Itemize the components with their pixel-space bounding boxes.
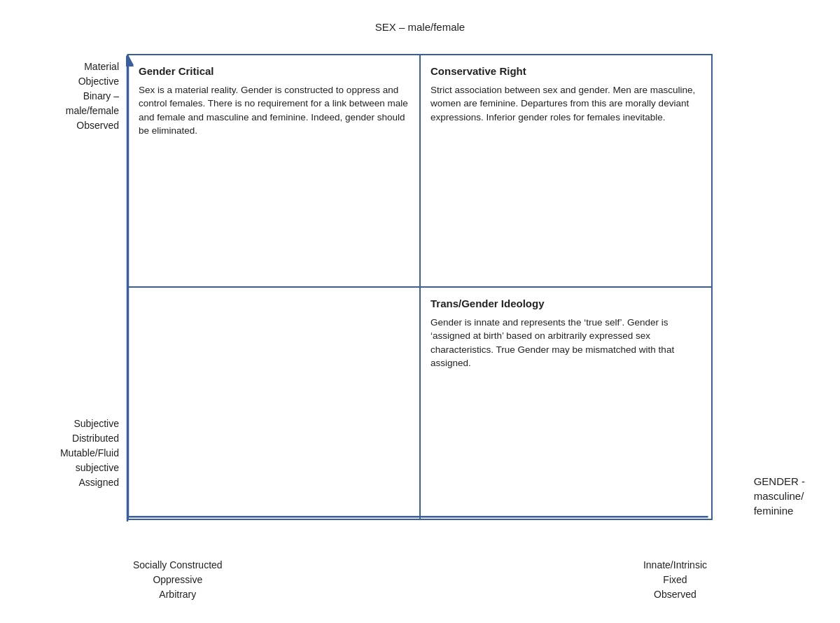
quadrant-conservative-right: Conservative Right Strict association be… bbox=[420, 55, 711, 287]
quadrant-trans-gender-ideology: Trans/Gender Ideology Gender is innate a… bbox=[420, 287, 711, 519]
quadrant-title-trans-gender: Trans/Gender Ideology bbox=[430, 296, 701, 312]
axis-label-gender: GENDER -masculine/feminine bbox=[754, 474, 805, 518]
axis-label-innate: Innate/IntrinsicFixedObserved bbox=[643, 558, 707, 602]
diagram-container: SEX – male/female MaterialObjectiveBinar… bbox=[42, 21, 798, 602]
quadrant-body-gender-critical: Sex is a material reality. Gender is con… bbox=[139, 85, 408, 136]
quadrant-bottom-left bbox=[129, 287, 420, 519]
quadrant-body-conservative-right: Strict association between sex and gende… bbox=[430, 85, 695, 122]
axis-label-material: MaterialObjectiveBinary –male/femaleObse… bbox=[42, 59, 119, 133]
axis-label-sex: SEX – male/female bbox=[375, 21, 465, 33]
quadrant-title-gender-critical: Gender Critical bbox=[139, 64, 410, 79]
quadrant-table: Gender Critical Sex is a material realit… bbox=[127, 54, 713, 520]
quadrant-body-trans-gender: Gender is innate and represents the ‘tru… bbox=[430, 317, 674, 369]
quadrant-gender-critical: Gender Critical Sex is a material realit… bbox=[129, 55, 420, 287]
axis-label-socially-constructed: Socially ConstructedOppressiveArbitrary bbox=[133, 558, 223, 602]
axis-label-subjective: SubjectiveDistributedMutable/Fluidsubjec… bbox=[42, 416, 119, 490]
quadrant-title-conservative-right: Conservative Right bbox=[430, 64, 701, 79]
grid-area: Gender Critical Sex is a material realit… bbox=[126, 52, 714, 522]
